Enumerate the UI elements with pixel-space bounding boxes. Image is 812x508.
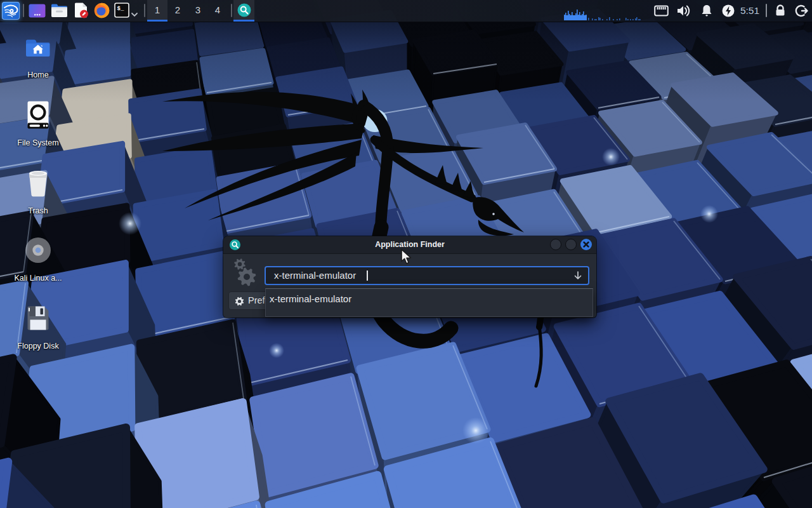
svg-text:$_: $_ — [117, 6, 124, 12]
